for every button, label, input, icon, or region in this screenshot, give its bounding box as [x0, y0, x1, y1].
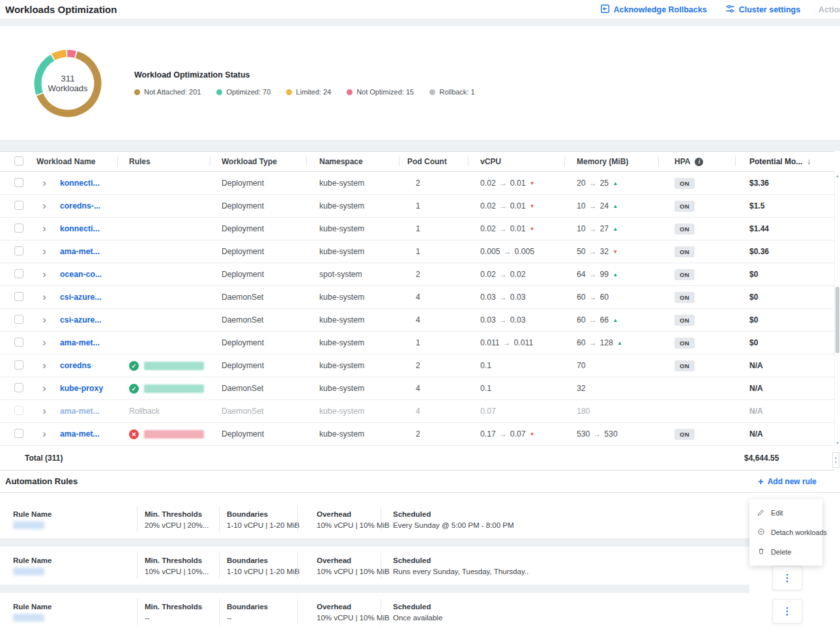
- hpa-cell: ON: [658, 293, 735, 302]
- hpa-badge: ON: [674, 269, 695, 280]
- sort-desc-icon[interactable]: ↓: [807, 157, 811, 166]
- arrow-right-icon: →: [593, 429, 601, 439]
- row-checkbox[interactable]: [14, 246, 23, 255]
- workload-name-link[interactable]: ama-met...: [60, 338, 100, 347]
- column-header-type[interactable]: Workload Type: [210, 157, 306, 166]
- pod-count-cell: 2: [399, 179, 468, 188]
- workload-name-link[interactable]: coredns-...: [60, 201, 100, 210]
- column-header-vcpu[interactable]: vCPU: [468, 157, 564, 166]
- add-new-rule-button[interactable]: + Add new rule: [758, 476, 817, 486]
- row-checkbox[interactable]: [14, 178, 23, 187]
- spinner-up-icon[interactable]: ▲: [834, 455, 837, 460]
- workload-name-link[interactable]: ama-met...: [60, 407, 100, 416]
- column-header-mem[interactable]: Memory (MiB): [564, 157, 658, 166]
- scroll-up-icon[interactable]: ▲: [835, 174, 839, 178]
- workload-name-link[interactable]: csi-azure...: [60, 315, 102, 325]
- expand-chevron-icon[interactable]: ›: [39, 383, 50, 394]
- workload-name-link[interactable]: csi-azure...: [60, 293, 102, 302]
- workload-name-link[interactable]: ama-met...: [60, 247, 100, 256]
- namespace-cell: kube-system: [306, 315, 399, 325]
- potential-cell: $3.36: [735, 179, 834, 188]
- total-row-spinner[interactable]: ▲ ▼: [832, 452, 839, 468]
- hpa-cell: ON: [658, 338, 735, 347]
- acknowledge-rollbacks-action[interactable]: Acknowledge Rollbacks: [600, 4, 707, 16]
- rule-name-label: Rule Name: [13, 510, 137, 518]
- expand-chevron-icon[interactable]: ›: [39, 429, 50, 439]
- column-header-pot[interactable]: Potential Mo...↓: [735, 157, 834, 166]
- column-header-pods[interactable]: Pod Count: [399, 157, 468, 166]
- hpa-badge: ON: [674, 224, 695, 235]
- min-thresholds-value: --: [145, 614, 219, 622]
- row-checkbox[interactable]: [14, 383, 23, 392]
- expand-chevron-icon[interactable]: ›: [39, 178, 50, 188]
- workload-name-link[interactable]: ocean-co...: [60, 270, 102, 279]
- hpa-badge: ON: [674, 178, 695, 189]
- table-row: ›kube-proxy ✓ DaemonSet kube-system 4 0.…: [0, 377, 834, 400]
- expand-chevron-icon[interactable]: ›: [39, 338, 50, 348]
- pod-count-cell: 1: [399, 338, 468, 347]
- expand-chevron-icon[interactable]: ›: [39, 269, 50, 280]
- column-header-ns[interactable]: Namespace: [306, 157, 399, 166]
- workload-type-cell: Deployment: [210, 224, 306, 233]
- row-checkbox[interactable]: [14, 429, 23, 438]
- row-checkbox[interactable]: [14, 292, 23, 301]
- arrow-right-icon: →: [589, 293, 597, 302]
- cluster-settings-action[interactable]: Cluster settings: [725, 4, 800, 16]
- redacted-rule-name: [13, 521, 44, 529]
- row-checkbox[interactable]: [14, 315, 23, 324]
- menu-item-detach-workloads[interactable]: Detach workloads: [749, 523, 822, 542]
- check-circle-icon: ✓: [129, 361, 139, 371]
- select-all-checkbox[interactable]: [14, 156, 23, 166]
- row-checkbox[interactable]: [14, 360, 23, 369]
- expand-chevron-icon[interactable]: ›: [39, 360, 50, 371]
- expand-chevron-icon[interactable]: ›: [39, 406, 50, 416]
- scrollbar-thumb[interactable]: [835, 287, 839, 353]
- workload-name-link[interactable]: kube-proxy: [60, 384, 103, 393]
- overhead-value: 10% vCPU | 10% MiB: [317, 614, 381, 622]
- hpa-cell: ON: [658, 201, 735, 210]
- hpa-info-icon[interactable]: i: [695, 158, 703, 166]
- row-checkbox[interactable]: [14, 269, 23, 278]
- column-header-name[interactable]: Workload Name: [36, 157, 117, 166]
- memory-cell: 180: [564, 407, 658, 416]
- legend-dot-icon: [429, 89, 435, 95]
- expand-chevron-icon[interactable]: ›: [39, 292, 50, 302]
- workload-name-link[interactable]: coredns: [60, 361, 91, 370]
- vcpu-cell: 0.03→0.03: [468, 293, 564, 302]
- total-value: $4,644.55: [735, 454, 834, 463]
- scroll-down-icon[interactable]: ▼: [835, 441, 839, 445]
- expand-chevron-icon[interactable]: ›: [39, 224, 50, 234]
- arrow-right-icon: →: [503, 338, 511, 347]
- arrow-right-icon: →: [499, 270, 507, 279]
- rule-actions-kebab[interactable]: ⋮: [772, 599, 802, 624]
- scheduled-value: Runs every Sunday, Tuesday, Thursday..: [393, 568, 828, 575]
- expand-chevron-icon[interactable]: ›: [39, 315, 50, 325]
- hpa-cell: ON: [658, 224, 735, 233]
- hpa-badge: ON: [674, 360, 695, 371]
- spinner-down-icon[interactable]: ▼: [834, 460, 837, 465]
- workload-name-link[interactable]: konnecti...: [60, 179, 100, 188]
- rule-actions-kebab[interactable]: ⋮: [772, 566, 802, 590]
- table-scrollbar[interactable]: ▲ ▼: [834, 173, 840, 446]
- row-checkbox[interactable]: [14, 224, 23, 233]
- expand-chevron-icon[interactable]: ›: [39, 201, 50, 211]
- row-checkbox[interactable]: [14, 406, 23, 415]
- pod-count-cell: 2: [399, 361, 468, 370]
- row-checkbox[interactable]: [14, 201, 23, 210]
- row-checkbox[interactable]: [14, 338, 23, 347]
- legend-item: Not Optimized: 15: [347, 88, 414, 96]
- hpa-badge: ON: [674, 201, 695, 212]
- pencil-icon: [757, 508, 765, 517]
- expand-chevron-icon[interactable]: ›: [39, 246, 50, 257]
- table-row: ›csi-azure... DaemonSet kube-system 4 0.…: [0, 286, 834, 309]
- menu-item-delete[interactable]: Delete: [749, 542, 822, 562]
- redacted-rule-name: [13, 568, 44, 575]
- workload-type-cell: DaemonSet: [210, 293, 306, 302]
- column-header-rules[interactable]: Rules: [117, 157, 210, 166]
- arrow-right-icon: →: [499, 201, 507, 210]
- menu-item-edit[interactable]: Edit: [749, 503, 822, 523]
- arrow-right-icon: →: [589, 338, 597, 347]
- workload-name-link[interactable]: konnecti...: [60, 224, 100, 233]
- column-header-hpa[interactable]: HPAi: [658, 157, 735, 166]
- workload-name-link[interactable]: ama-met...: [60, 429, 100, 439]
